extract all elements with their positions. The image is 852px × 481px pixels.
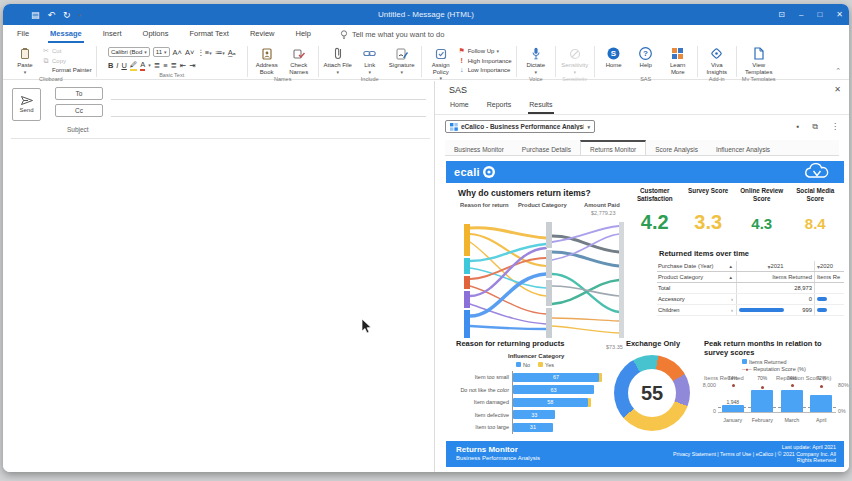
close-icon[interactable]: ✕ (836, 10, 843, 19)
paste-button[interactable]: Paste▾ (10, 46, 40, 75)
low-importance-button[interactable]: ↓Low Importance (458, 66, 512, 73)
table-row-total[interactable]: Total28,973 (657, 283, 844, 294)
sas-nav-tab-home[interactable]: Home (449, 99, 470, 114)
font-size-select[interactable]: 11▾ (153, 47, 170, 57)
bar: 31 (513, 423, 553, 432)
share-icon[interactable]: ⧉ (812, 122, 818, 132)
ribbon-tab-format-text[interactable]: Format Text (187, 26, 230, 43)
exchange-donut-chart[interactable]: 55 (614, 355, 690, 431)
highlight-icon[interactable]: 🖉 (130, 60, 138, 71)
minimize-icon[interactable]: – (799, 10, 803, 19)
expand-row-icon[interactable]: › (731, 296, 733, 302)
check-names-button[interactable]: Check Names (284, 46, 314, 75)
styles-icon[interactable]: A̲ₐ (228, 48, 236, 57)
bar-row-1[interactable]: Do not like the color63 (456, 384, 608, 397)
send-button[interactable]: Send (12, 88, 41, 121)
bar-row-0[interactable]: Item too small67 (456, 371, 608, 384)
save-icon[interactable]: ▤ (31, 10, 40, 20)
ribbon-tab-insert[interactable]: Insert (101, 26, 124, 43)
to-input[interactable] (111, 99, 426, 100)
column-bar-january[interactable] (722, 405, 744, 412)
collapse-ribbon-icon[interactable]: ⌃ (835, 67, 849, 79)
dictate-button[interactable]: Dictate▾ (521, 46, 551, 75)
link-button[interactable]: Link▾ (355, 46, 385, 75)
pane-close-icon[interactable]: ✕ (834, 85, 841, 94)
sankey-diagram[interactable] (454, 216, 642, 342)
tell-me[interactable]: Tell me what you want to do (340, 30, 445, 39)
sort-asc-icon-2[interactable]: ▲ (729, 275, 733, 280)
kpi-customer-satisfaction: Customer Satisfaction4.2 (628, 187, 682, 234)
refresh-icon[interactable]: ▪ (796, 122, 799, 132)
sas-home-button[interactable]: S Home (599, 46, 629, 69)
column-bar-march[interactable] (781, 390, 803, 412)
ribbon-tab-options[interactable]: Options (141, 26, 171, 43)
align-right-icon[interactable]: ≣ (171, 61, 177, 70)
column-bar-april[interactable] (810, 395, 832, 412)
sas-nav-tab-reports[interactable]: Reports (486, 99, 513, 114)
footer-links[interactable]: Last update: April 2021 Privacy Statemen… (616, 444, 836, 464)
attach-file-button[interactable]: Attach File▾ (323, 46, 353, 75)
ribbon-tab-file[interactable]: File (15, 26, 31, 43)
compose-area[interactable]: Send To Cc Subject (3, 81, 434, 472)
qat-caret-icon[interactable]: ▾ (79, 12, 82, 18)
learn-more-button[interactable]: Learn More (663, 46, 693, 75)
expand-row-icon[interactable]: › (731, 307, 733, 313)
kpi-label: Survey Score (682, 187, 736, 211)
redo-icon[interactable]: ↻ (63, 10, 71, 20)
more-options-icon[interactable]: ⋮ (831, 122, 839, 132)
subject-input[interactable] (11, 138, 430, 139)
sankey-axis1-label: Reason for return (460, 202, 509, 208)
sensitivity-button[interactable]: Sensitivity▾ (560, 46, 590, 75)
grow-font-icon[interactable]: A˄ (173, 48, 182, 57)
viva-insights-button[interactable]: Viva Insights (702, 46, 732, 75)
indent-increase-icon[interactable]: ⇥ (189, 61, 195, 70)
ribbon-display-icon[interactable]: ⊡ (778, 10, 785, 19)
ribbon-tab-help[interactable]: Help (293, 26, 312, 43)
font-name-select[interactable]: Calibri (Bod▾ (108, 47, 150, 57)
shrink-font-icon[interactable]: A˅ (185, 48, 194, 57)
cc-input[interactable] (111, 116, 426, 117)
font-color-icon[interactable]: A (140, 60, 145, 71)
kpi-label: Customer Satisfaction (628, 187, 682, 211)
report-tab-score-analysis[interactable]: Score Analysis (646, 140, 707, 155)
high-importance-button[interactable]: !High Importance (458, 57, 512, 64)
sas-nav-tab-results[interactable]: Results (528, 99, 553, 114)
report-tab-influencer-analysis[interactable]: Influencer Analysis (707, 140, 779, 155)
table-row-children[interactable]: Children›999 (657, 305, 844, 316)
undo-icon[interactable]: ↶ (48, 10, 56, 20)
returned-items-table[interactable]: Purchase Date (Year)▲ ▾ 2021 ▾ 2020 Prod… (657, 261, 844, 316)
italic-icon[interactable]: I (116, 61, 118, 70)
table-row-accessory[interactable]: Accessory›0 (657, 294, 844, 305)
align-center-icon[interactable]: ≡ (163, 61, 167, 70)
underline-icon[interactable]: U (121, 61, 126, 70)
copy-button[interactable]: ⧉Copy (42, 57, 92, 65)
cut-button[interactable]: ✂Cut (42, 47, 92, 55)
bar-row-4[interactable]: Item too large31 (456, 421, 608, 434)
view-templates-button[interactable]: View Templates (741, 46, 777, 75)
report-tab-business-monitor[interactable]: Business Monitor (445, 140, 513, 155)
ribbon-tab-message[interactable]: Message (48, 26, 84, 43)
bar-row-3[interactable]: Item defective33 (456, 409, 608, 422)
address-book-button[interactable]: Address Book (252, 46, 282, 75)
report-tab-returns-monitor[interactable]: Returns Monitor (580, 140, 646, 155)
report-selector[interactable]: eCalico - Business Performance Analysis … (445, 120, 595, 133)
bold-icon[interactable]: B (108, 61, 113, 70)
indent-decrease-icon[interactable]: ⇤ (180, 61, 186, 70)
reason-bar-chart[interactable]: Item too small67Do not like the color63I… (456, 371, 608, 434)
sort-asc-icon[interactable]: ▲ (729, 264, 733, 269)
align-left-icon[interactable]: ≣ (154, 61, 160, 70)
report-tab-purchase-details[interactable]: Purchase Details (513, 140, 580, 155)
follow-up-button[interactable]: ⚑Follow Up▾ (458, 47, 512, 55)
maximize-icon[interactable]: □ (817, 10, 822, 19)
bullets-icon[interactable]: ⋮≡▾ (197, 48, 211, 57)
to-button[interactable]: To (55, 87, 103, 100)
ribbon-tab-review[interactable]: Review (248, 26, 277, 43)
assign-policy-button[interactable]: Assign Policy▾ (426, 46, 456, 82)
format-painter-button[interactable]: Format Painter (42, 67, 92, 73)
sas-help-button[interactable]: ? Help (631, 46, 661, 69)
bar-row-2[interactable]: Item damaged58 (456, 396, 608, 409)
column-bar-february[interactable] (751, 390, 773, 412)
signature-button[interactable]: Signature▾ (387, 46, 417, 75)
cc-button[interactable]: Cc (55, 104, 103, 117)
numbering-icon[interactable]: ≔▾ (215, 48, 225, 57)
